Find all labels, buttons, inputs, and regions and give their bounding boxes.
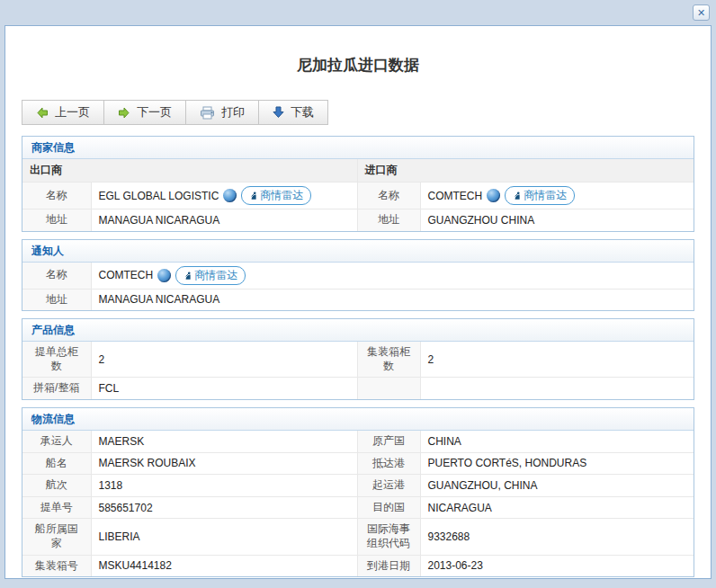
radar-link[interactable]: 商情雷达 [175, 266, 246, 285]
table-row: 承运人MAERSK原产国CHINA [22, 431, 694, 452]
section-logistics-info: 物流信息 承运人MAERSK原产国CHINA船名MAERSK ROUBAIX抵达… [22, 407, 694, 577]
table-row: 出口商 进口商 [22, 159, 694, 183]
radar-label: 商情雷达 [260, 188, 303, 203]
importer-name-label: 名称 [357, 183, 420, 209]
radar-link[interactable]: 商情雷达 [505, 186, 575, 205]
importer-addr: GUANGZHOU CHINA [420, 209, 694, 231]
importer-addr-label: 地址 [357, 209, 420, 231]
printer-icon [200, 106, 215, 120]
download-button[interactable]: 下载 [259, 101, 327, 124]
field-label: 抵达港 [357, 452, 420, 475]
field-label: 提单号 [22, 496, 91, 519]
prev-page-label: 上一页 [55, 104, 90, 120]
field-label [357, 378, 420, 399]
field-value: FCL [91, 378, 357, 399]
prev-page-button[interactable]: 上一页 [22, 101, 104, 124]
notify-addr-label: 地址 [22, 289, 91, 310]
section-notify-header: 通知人 [22, 240, 694, 263]
table-row: 提单号585651702目的国NICARAGUA [22, 496, 694, 519]
table-row: 名称 EGL GLOBAL LOGISTIC 商情雷达 名称 COMTECH [22, 183, 694, 209]
table-row: 地址 MANAGUA NICARAGUA [22, 289, 694, 310]
field-value: GUANGZHOU, CHINA [420, 475, 694, 497]
exporter-addr-label: 地址 [22, 209, 91, 231]
importer-name: COMTECH [428, 190, 483, 202]
table-row: 名称 COMTECH 商情雷达 [22, 263, 694, 290]
field-label: 船所属国家 [22, 519, 91, 555]
table-row: 航次1318起运港GUANGZHOU, CHINA [22, 475, 694, 497]
field-value: NICARAGUA [420, 496, 694, 519]
field-value: 9332688 [420, 519, 694, 555]
table-row: 拼箱/整箱 FCL [22, 378, 694, 399]
globe-icon[interactable] [157, 269, 171, 282]
notify-name: COMTECH [99, 269, 154, 281]
field-label: 集装箱号 [22, 555, 91, 576]
page-title: 尼加拉瓜进口数据 [5, 55, 711, 76]
arrow-down-blue-icon [273, 106, 284, 119]
section-notify-party: 通知人 名称 COMTECH 商情雷达 地址 [22, 239, 694, 312]
exporter-addr: MANAGUA NICARAGUA [91, 209, 357, 231]
next-page-label: 下一页 [137, 104, 172, 120]
satellite-dish-icon [511, 191, 521, 200]
dialog-panel: 尼加拉瓜进口数据 上一页 下一页 打印 [4, 25, 712, 579]
field-value: 1318 [91, 475, 357, 497]
field-value: MSKU4414182 [91, 555, 357, 576]
arrow-right-green-icon [118, 107, 130, 119]
field-label: 拼箱/整箱 [22, 378, 91, 399]
toolbar: 上一页 下一页 打印 下载 [22, 100, 328, 125]
field-label: 目的国 [357, 496, 420, 519]
field-value: 585651702 [91, 496, 357, 519]
field-label: 船名 [22, 452, 91, 475]
exporter-name: EGL GLOBAL LOGISTIC [99, 190, 219, 202]
field-label: 集装箱柜数 [357, 342, 420, 378]
radar-link[interactable]: 商情雷达 [241, 186, 311, 205]
next-page-button[interactable]: 下一页 [104, 101, 186, 124]
field-label: 国际海事组织代码 [357, 519, 420, 555]
field-label: 起运港 [357, 475, 420, 497]
exporter-header: 出口商 [22, 159, 357, 183]
field-label: 航次 [22, 475, 91, 497]
field-label: 提单总柜数 [22, 342, 91, 378]
table-row: 地址 MANAGUA NICARAGUA 地址 GUANGZHOU CHINA [22, 209, 694, 231]
notify-name-label: 名称 [22, 263, 91, 290]
field-value: CHINA [420, 431, 694, 452]
satellite-dish-icon [247, 191, 257, 200]
section-product-info: 产品信息 提单总柜数 2 集装箱柜数 2 拼箱/整箱 FCL [22, 318, 694, 400]
field-value: LIBERIA [91, 519, 357, 555]
close-icon: ✕ [697, 7, 705, 19]
table-row: 提单总柜数 2 集装箱柜数 2 [22, 342, 694, 378]
exporter-name-label: 名称 [22, 183, 91, 209]
field-value: MAERSK [91, 431, 357, 452]
field-label: 承运人 [22, 431, 91, 452]
field-value: 2 [420, 342, 694, 378]
print-label: 打印 [221, 104, 245, 120]
table-row: 船名MAERSK ROUBAIX抵达港PUERTO CORTéS, HONDUR… [22, 452, 694, 475]
field-label: 原产国 [357, 431, 420, 452]
field-value: 2 [91, 342, 357, 378]
satellite-dish-icon [182, 271, 192, 281]
field-value: MAERSK ROUBAIX [91, 452, 357, 475]
section-merchant-info: 商家信息 出口商 进口商 名称 EGL GLOBAL LOGISTIC 商情雷达 [22, 136, 694, 232]
arrow-left-green-icon [36, 107, 49, 119]
importer-header: 进口商 [357, 159, 694, 183]
download-label: 下载 [291, 104, 314, 120]
field-value [420, 378, 694, 399]
table-row: 集装箱号MSKU4414182到港日期2013-06-23 [22, 555, 694, 576]
radar-label: 商情雷达 [524, 188, 567, 203]
notify-addr: MANAGUA NICARAGUA [91, 289, 694, 310]
close-button[interactable]: ✕ [693, 4, 710, 21]
field-value: 2013-06-23 [420, 555, 694, 576]
field-value: PUERTO CORTéS, HONDURAS [420, 452, 694, 475]
print-button[interactable]: 打印 [186, 101, 259, 124]
field-label: 到港日期 [357, 555, 420, 576]
globe-icon[interactable] [487, 189, 500, 202]
section-merchant-header: 商家信息 [22, 137, 694, 159]
table-row: 船所属国家LIBERIA国际海事组织代码9332688 [22, 519, 694, 555]
section-product-header: 产品信息 [22, 319, 694, 342]
radar-label: 商情雷达 [194, 268, 237, 283]
globe-icon[interactable] [223, 189, 237, 202]
section-logistics-header: 物流信息 [22, 408, 694, 431]
